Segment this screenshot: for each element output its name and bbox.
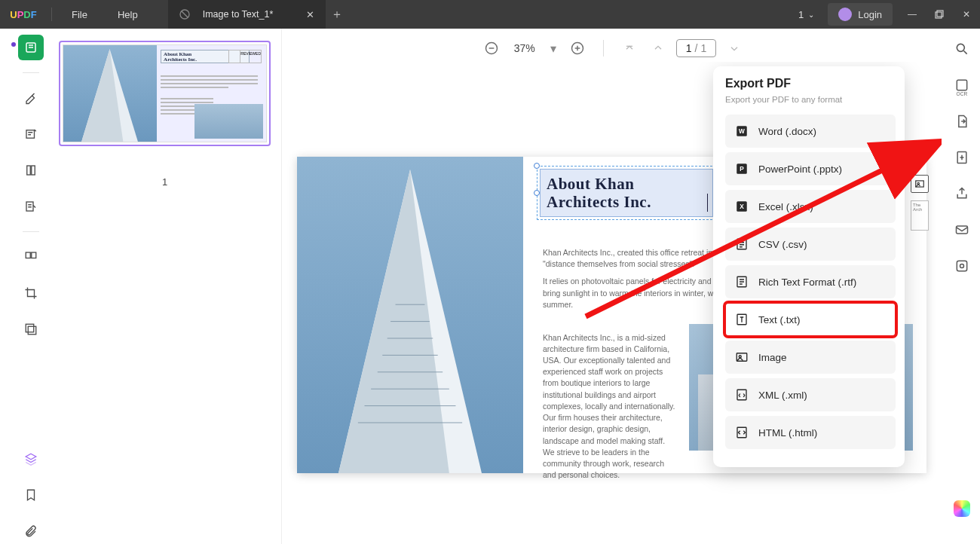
doc-title-line1: About Khan (547, 175, 712, 193)
avatar-icon (838, 8, 852, 21)
xml-icon (734, 387, 749, 402)
current-page: 1 (686, 42, 692, 54)
next-page-icon[interactable] (724, 38, 745, 59)
selection-handle-l[interactable] (534, 190, 540, 196)
logo-p: P (17, 9, 24, 20)
export-html[interactable]: HTML (.html) (725, 416, 896, 449)
image-icon (734, 350, 749, 365)
window-maximize-icon[interactable] (926, 0, 953, 29)
page-thumbnail[interactable]: About KhanArchitects Inc. REVIEWED (59, 41, 271, 146)
search-icon[interactable] (951, 38, 973, 60)
tool-highlighter-icon[interactable] (18, 85, 44, 111)
separator (23, 231, 39, 232)
export-rtf-label: Rich Text Format (.rtf) (758, 277, 856, 288)
chevron-down-icon: ⌄ (808, 11, 814, 19)
export-image[interactable]: Image (725, 341, 896, 374)
export-file-icon[interactable] (951, 110, 973, 133)
separator (51, 8, 52, 21)
tool-pages-icon[interactable] (18, 157, 44, 183)
compress-icon[interactable] (951, 146, 973, 169)
export-excel[interactable]: XExcel (.xlsx) (725, 190, 896, 223)
page-image-placeholder-icon (911, 175, 929, 193)
window-close-icon[interactable]: ✕ (953, 0, 980, 29)
rtf-icon (734, 274, 749, 289)
title-bar: UPDF File Help Image to Text_1* ✕ ＋ 1 ⌄ … (0, 0, 980, 29)
svg-rect-39 (737, 390, 746, 400)
export-title: Export PDF (725, 77, 896, 90)
thumbnail-panel: About KhanArchitects Inc. REVIEWED 1 (48, 29, 282, 544)
bookmark-icon[interactable] (18, 482, 44, 508)
svg-rect-11 (28, 326, 36, 335)
login-label: Login (858, 9, 882, 20)
ocr-icon[interactable] (951, 74, 973, 96)
document-tab[interactable]: Image to Text_1* ✕ (168, 0, 326, 29)
zoom-out-icon[interactable] (481, 38, 502, 59)
layers-icon[interactable] (18, 446, 44, 472)
svg-rect-2 (937, 11, 943, 17)
svg-rect-10 (26, 324, 34, 332)
txt-icon (734, 312, 749, 327)
export-word[interactable]: WWord (.docx) (725, 115, 896, 148)
export-xml-label: XML (.xml) (758, 390, 807, 401)
email-icon[interactable] (951, 219, 973, 241)
thumbnail-page-number: 1 (59, 176, 271, 188)
attachment-icon[interactable] (18, 518, 44, 544)
canvas-toolbar: 37% ▾ 1 / 1 (282, 29, 944, 62)
doc-para-3: Khan Architects Inc., is a mid-sized arc… (543, 332, 678, 481)
document-canvas[interactable]: About Khan Architects Inc. The Arch (282, 62, 944, 544)
reviewed-stamp: REVIEWED (240, 50, 261, 63)
export-subtitle: Export your PDF to any format (725, 95, 896, 104)
thumbnail-image: About KhanArchitects Inc. REVIEWED (63, 44, 267, 142)
excel-icon: X (734, 199, 749, 214)
separator (23, 72, 39, 73)
protect-icon[interactable] (951, 255, 973, 277)
share-icon[interactable] (951, 182, 973, 205)
window-minimize-icon[interactable]: — (899, 0, 926, 29)
logo-u: U (10, 9, 17, 20)
export-rtf[interactable]: Rich Text Format (.rtf) (725, 265, 896, 298)
page-sep: / (695, 42, 698, 54)
menu-file[interactable]: File (57, 9, 103, 20)
selection-handle-tl[interactable] (534, 163, 540, 169)
tool-reader[interactable] (18, 35, 44, 60)
workspace-dropdown[interactable]: 1 ⌄ (791, 9, 822, 20)
tab-doc-icon (179, 8, 191, 20)
new-tab-button[interactable]: ＋ (326, 7, 348, 23)
export-ppt-label: PowerPoint (.pptx) (758, 164, 842, 175)
tool-edit-text-icon[interactable] (18, 121, 44, 147)
prev-page-icon[interactable] (648, 38, 669, 59)
tool-redact-icon[interactable] (18, 316, 44, 342)
zoom-in-icon[interactable] (567, 38, 588, 59)
doc-title-line2: Architects Inc. (547, 193, 712, 211)
zoom-dropdown-icon[interactable]: ▾ (547, 38, 559, 59)
export-xml[interactable]: XML (.xml) (725, 378, 896, 411)
workspace-number: 1 (798, 9, 804, 20)
left-gutter (0, 29, 14, 544)
page-indicator[interactable]: 1 / 1 (676, 39, 716, 57)
svg-rect-47 (957, 261, 966, 270)
svg-rect-9 (32, 252, 36, 258)
svg-point-43 (957, 44, 964, 51)
export-powerpoint[interactable]: PPowerPoint (.pptx) (725, 152, 896, 185)
tool-crop-icon[interactable] (18, 280, 44, 306)
text-selection-box[interactable]: About Khan Architects Inc. (537, 166, 716, 220)
tool-form-icon[interactable] (18, 194, 44, 219)
svg-text:P: P (740, 166, 744, 173)
menu-help[interactable]: Help (103, 9, 153, 20)
login-button[interactable]: Login (828, 3, 893, 26)
thumb-title-2: Architects Inc. (164, 57, 197, 63)
tab-title: Image to Text_1* (203, 9, 274, 20)
left-toolbar (14, 29, 48, 544)
tool-organize-icon[interactable] (18, 244, 44, 270)
logo-d: D (23, 9, 30, 20)
svg-rect-44 (957, 80, 966, 90)
export-csv[interactable]: CSV (.csv) (725, 228, 896, 261)
ai-assistant-icon[interactable] (951, 497, 973, 520)
tab-close-icon[interactable]: ✕ (305, 9, 315, 20)
svg-rect-34 (737, 239, 746, 249)
svg-rect-5 (27, 166, 31, 175)
first-page-icon[interactable] (619, 38, 640, 59)
export-text[interactable]: Text (.txt) (725, 303, 896, 336)
export-html-label: HTML (.html) (758, 427, 817, 439)
export-csv-label: CSV (.csv) (758, 239, 807, 250)
